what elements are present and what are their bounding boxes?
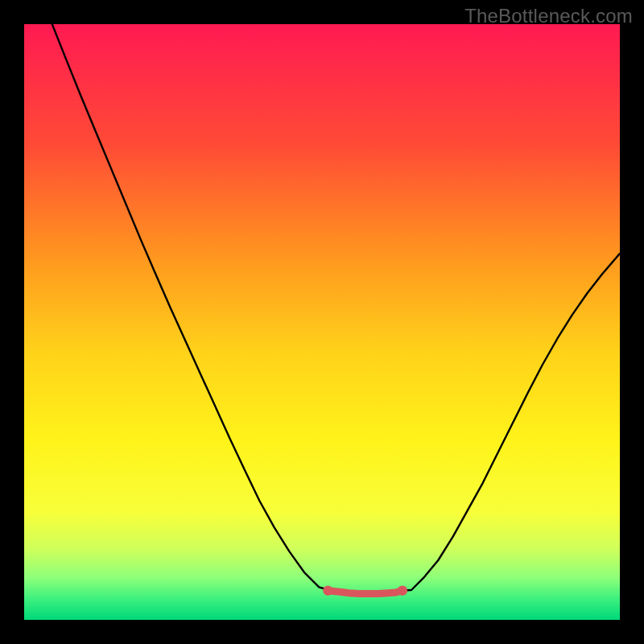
watermark-text: TheBottleneck.com <box>464 5 633 27</box>
plot-area <box>24 24 620 620</box>
svg-point-0 <box>323 586 332 596</box>
chart-svg <box>24 24 620 620</box>
svg-point-1 <box>398 586 407 596</box>
gradient-background <box>24 24 620 620</box>
chart-frame: TheBottleneck.com <box>0 0 644 644</box>
